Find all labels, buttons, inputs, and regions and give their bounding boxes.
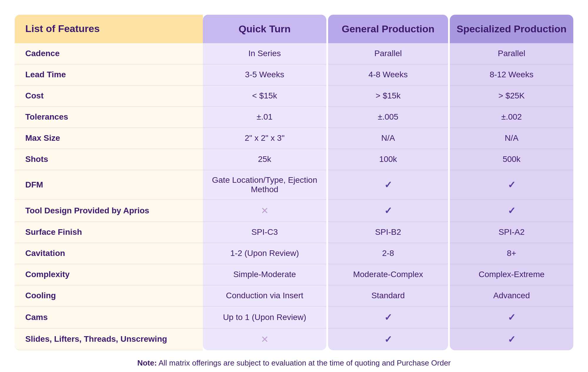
feature-cell: Cooling <box>15 285 203 306</box>
quick-turn-cell: Simple-Moderate <box>203 264 326 285</box>
general-production-cell: ✓ <box>328 329 448 350</box>
feature-cell: Complexity <box>15 264 203 285</box>
check-icon: ✓ <box>384 334 392 345</box>
specialized-production-cell: Advanced <box>450 285 573 306</box>
specialized-production-cell: SPI-A2 <box>450 222 573 243</box>
feature-cell: Tool Design Provided by Aprios <box>15 200 203 222</box>
x-icon: ✕ <box>261 205 269 216</box>
header-features: List of Features <box>15 15 203 43</box>
check-icon: ✓ <box>508 334 516 345</box>
quick-turn-cell: Up to 1 (Upon Review) <box>203 306 326 329</box>
specialized-production-cell: 8-12 Weeks <box>450 64 573 86</box>
feature-cell: Cadence <box>15 43 203 64</box>
general-production-cell: 4-8 Weeks <box>328 64 448 86</box>
quick-turn-cell: In Series <box>203 43 326 64</box>
note-row: Note: All matrix offerings are subject t… <box>15 350 573 370</box>
quick-turn-cell: ✕ <box>203 329 326 350</box>
check-icon: ✓ <box>384 179 392 190</box>
feature-cell: Max Size <box>15 128 203 149</box>
quick-turn-cell: ✕ <box>203 200 326 222</box>
check-icon: ✓ <box>384 312 392 323</box>
feature-cell: Shots <box>15 149 203 170</box>
general-production-cell: SPI-B2 <box>328 222 448 243</box>
check-icon: ✓ <box>384 205 392 216</box>
specialized-production-cell: Complex-Extreme <box>450 264 573 285</box>
general-production-cell: 2-8 <box>328 243 448 264</box>
quick-turn-label: Quick Turn <box>239 23 291 35</box>
feature-cell: Slides, Lifters, Threads, Unscrewing <box>15 329 203 350</box>
feature-cell: Tolerances <box>15 107 203 128</box>
general-production-cell: 100k <box>328 149 448 170</box>
general-production-cell: > $15k <box>328 86 448 107</box>
header-general-production: General Production <box>328 15 448 43</box>
specialized-production-cell: ✓ <box>450 306 573 329</box>
feature-cell: Cavitation <box>15 243 203 264</box>
note-bold: Note: <box>137 358 157 367</box>
feature-cell: Cost <box>15 86 203 107</box>
features-label: List of Features <box>25 23 100 34</box>
general-production-label: General Production <box>342 23 435 35</box>
quick-turn-cell: 1-2 (Upon Review) <box>203 243 326 264</box>
specialized-production-cell: N/A <box>450 128 573 149</box>
quick-turn-cell: 2" x 2" x 3" <box>203 128 326 149</box>
general-production-cell: ✓ <box>328 306 448 329</box>
header-specialized-production: Specialized Production <box>450 15 573 43</box>
specialized-production-cell: > $25K <box>450 86 573 107</box>
quick-turn-cell: 3-5 Weeks <box>203 64 326 86</box>
specialized-production-cell: Parallel <box>450 43 573 64</box>
general-production-cell: ±.005 <box>328 107 448 128</box>
specialized-production-label: Specialized Production <box>457 23 567 35</box>
quick-turn-cell: < $15k <box>203 86 326 107</box>
quick-turn-cell: 25k <box>203 149 326 170</box>
general-production-cell: ✓ <box>328 170 448 200</box>
feature-cell: Lead Time <box>15 64 203 86</box>
check-icon: ✓ <box>508 179 516 190</box>
check-icon: ✓ <box>508 205 516 216</box>
specialized-production-cell: ±.002 <box>450 107 573 128</box>
page-wrapper: List of Features Quick Turn General Prod… <box>6 6 582 372</box>
specialized-production-cell: ✓ <box>450 329 573 350</box>
general-production-cell: Moderate-Complex <box>328 264 448 285</box>
quick-turn-cell: Gate Location/Type, Ejection Method <box>203 170 326 200</box>
note-normal: All matrix offerings are subject to eval… <box>157 358 451 367</box>
specialized-production-cell: ✓ <box>450 170 573 200</box>
feature-cell: Surface Finish <box>15 222 203 243</box>
x-icon: ✕ <box>261 334 269 345</box>
comparison-table: List of Features Quick Turn General Prod… <box>15 15 573 370</box>
general-production-cell: ✓ <box>328 200 448 222</box>
quick-turn-cell: ±.01 <box>203 107 326 128</box>
quick-turn-cell: SPI-C3 <box>203 222 326 243</box>
quick-turn-cell: Conduction via Insert <box>203 285 326 306</box>
check-icon: ✓ <box>508 312 516 323</box>
general-production-cell: N/A <box>328 128 448 149</box>
specialized-production-cell: ✓ <box>450 200 573 222</box>
general-production-cell: Standard <box>328 285 448 306</box>
feature-cell: DFM <box>15 170 203 200</box>
header-quick-turn: Quick Turn <box>203 15 326 43</box>
general-production-cell: Parallel <box>328 43 448 64</box>
specialized-production-cell: 500k <box>450 149 573 170</box>
specialized-production-cell: 8+ <box>450 243 573 264</box>
feature-cell: Cams <box>15 306 203 329</box>
